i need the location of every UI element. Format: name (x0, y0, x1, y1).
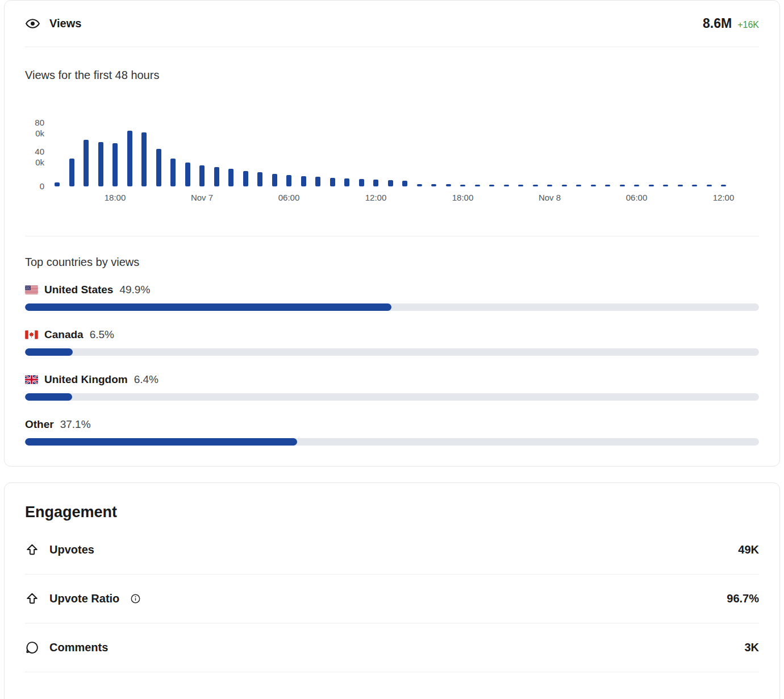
chart-bar (243, 171, 248, 186)
chart-bar (576, 185, 581, 186)
country-bar-fill (25, 303, 391, 311)
views-bar-chart: 800k400k0 (25, 117, 759, 186)
chart-bar (562, 185, 567, 186)
chart-bar (489, 185, 494, 186)
upvotes-value: 49K (738, 543, 759, 556)
chart-bar (547, 185, 552, 186)
country-pct: 49.9% (119, 284, 150, 296)
chart-title: Views for the first 48 hours (25, 69, 759, 82)
countries-title: Top countries by views (25, 256, 759, 269)
comment-icon (25, 640, 39, 655)
country-bar-fill (25, 393, 72, 401)
country-row-united-kingdom: United Kingdom 6.4% (25, 373, 759, 401)
chart-bar (257, 172, 262, 186)
comments-value: 3K (744, 641, 759, 654)
chart-bar (649, 185, 654, 186)
chart-bar (663, 185, 668, 186)
country-pct: 6.5% (90, 328, 114, 341)
x-axis-tick: 12:00 (713, 193, 735, 202)
upvotes-label: Upvotes (49, 543, 94, 556)
upvote-ratio-value: 96.7% (727, 592, 759, 605)
country-bar-track (25, 348, 759, 356)
country-row-united-states: United States 49.9% (25, 284, 759, 311)
chart-bar (431, 184, 436, 186)
upvotes-row: Upvotes 49K (25, 526, 759, 574)
info-icon[interactable] (131, 594, 140, 604)
chart-bar (388, 180, 393, 186)
comments-row: Comments 3K (25, 623, 759, 672)
x-axis-tick: Nov 7 (191, 193, 213, 202)
chart-bar (127, 131, 132, 186)
country-bar-track (25, 393, 759, 401)
chart-bar (199, 165, 205, 186)
comments-label: Comments (49, 641, 108, 654)
country-name: United States (44, 284, 113, 296)
views-card: Views 8.6M +16K Views for the first 48 h… (4, 0, 780, 467)
chart-bar (286, 175, 291, 186)
chart-bar (460, 185, 465, 186)
chart-bar (84, 140, 89, 186)
eye-icon (25, 16, 40, 31)
x-axis-tick: 06:00 (626, 193, 648, 202)
views-title: Views (49, 17, 81, 30)
chart-bar (373, 180, 378, 186)
chart-bar (315, 177, 320, 186)
chart-x-axis: 18:00Nov 706:0012:0018:00Nov 806:0012:00 (49, 193, 759, 207)
engagement-title: Engagement (25, 504, 759, 521)
upvote-ratio-row: Upvote Ratio 96.7% (25, 575, 759, 623)
us-flag-icon (25, 285, 38, 294)
chart-bar (504, 185, 509, 186)
x-axis-tick: 18:00 (105, 193, 126, 202)
chart-bar (446, 184, 451, 186)
chart-bar (112, 143, 118, 186)
chart-bar (518, 185, 523, 186)
chart-bar (620, 185, 625, 186)
chart-bar (141, 132, 147, 186)
chart-bar (591, 185, 596, 186)
chart-bar (605, 185, 610, 186)
chart-bar (156, 149, 161, 186)
chart-bar (721, 185, 726, 186)
chart-bar (678, 185, 683, 186)
chart-bar (533, 185, 538, 186)
chart-bar (185, 163, 190, 186)
country-name: Other (25, 418, 54, 431)
engagement-card: Engagement Upvotes 49K Upvote Ratio (4, 482, 780, 699)
country-bar-fill (25, 438, 297, 446)
country-row-canada: Canada 6.5% (25, 328, 759, 356)
views-delta: +16K (737, 20, 759, 30)
chart-bar (475, 185, 480, 186)
y-axis-tick: 400k (35, 147, 44, 168)
upvote-icon (25, 543, 39, 557)
views-header: Views 8.6M +16K (5, 1, 779, 47)
chart-bar (55, 182, 60, 186)
views-value: 8.6M (703, 16, 732, 31)
divider (25, 47, 759, 47)
chart-bar (344, 178, 349, 186)
chart-bar (69, 159, 74, 186)
chart-bar (301, 176, 306, 186)
chart-bar (402, 181, 407, 186)
country-row-other: Other 37.1% (25, 418, 759, 446)
chart-bar (692, 185, 697, 186)
x-axis-tick: 06:00 (278, 193, 300, 202)
y-axis-tick: 0 (40, 181, 44, 192)
chart-bar (170, 159, 176, 186)
canada-flag-icon (25, 330, 38, 339)
country-name: United Kingdom (44, 373, 128, 386)
chart-bar (417, 184, 422, 186)
chart-bar (359, 179, 364, 186)
x-axis-tick: Nov 8 (539, 193, 561, 202)
chart-bar (214, 167, 219, 186)
chart-bar (272, 174, 277, 186)
country-pct: 37.1% (60, 418, 91, 431)
country-name: Canada (44, 328, 84, 341)
uk-flag-icon (25, 375, 38, 384)
x-axis-tick: 12:00 (365, 193, 387, 202)
country-bar-track (25, 303, 759, 311)
chart-bar (98, 142, 103, 186)
country-pct: 6.4% (134, 373, 159, 386)
chart-bar (330, 178, 335, 186)
chart-plot (49, 117, 759, 186)
upvote-ratio-label: Upvote Ratio (49, 592, 119, 605)
